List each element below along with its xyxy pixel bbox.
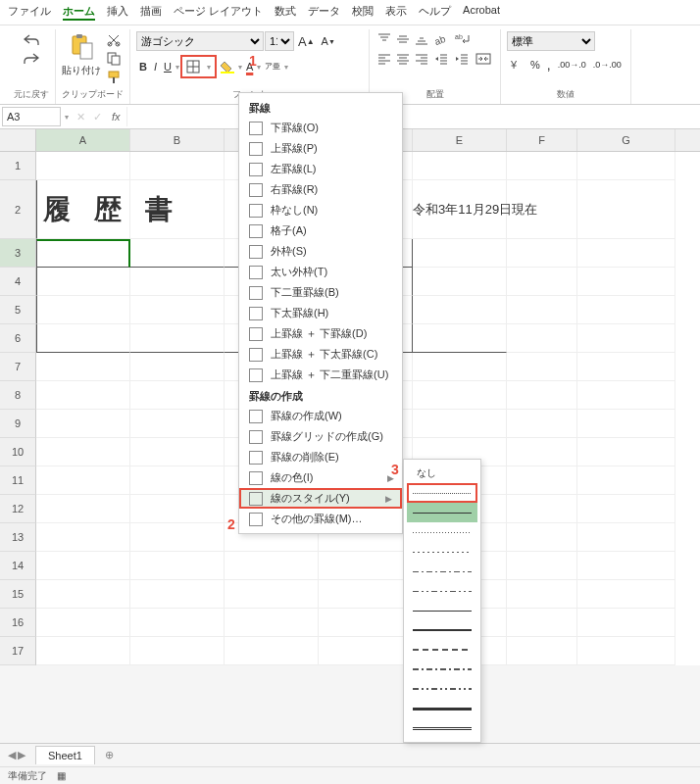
- row-header-8[interactable]: 8: [0, 381, 36, 410]
- next-sheet-button[interactable]: ▶: [18, 749, 25, 761]
- increase-decimal-button[interactable]: .00→.0: [555, 58, 589, 72]
- cell-E8[interactable]: [413, 381, 507, 410]
- increase-indent-button[interactable]: [452, 51, 472, 67]
- name-box[interactable]: A3: [2, 107, 61, 126]
- border-item-8[interactable]: 下二重罫線(B): [239, 282, 402, 303]
- border-dropdown-button[interactable]: ▾: [204, 61, 214, 74]
- cell-G4[interactable]: [577, 268, 675, 296]
- cell-A1[interactable]: [36, 152, 130, 180]
- cell-D17[interactable]: [319, 637, 413, 665]
- row-header-1[interactable]: 1: [0, 152, 36, 180]
- row-header-2[interactable]: 2: [0, 180, 36, 239]
- menu-file[interactable]: ファイル: [8, 4, 51, 21]
- menu-draw[interactable]: 描画: [140, 4, 162, 21]
- column-header-B[interactable]: B: [130, 129, 225, 151]
- select-all-corner[interactable]: [0, 129, 36, 151]
- cell-A6[interactable]: [36, 324, 130, 353]
- cell-F8[interactable]: [507, 381, 577, 410]
- cell-B5[interactable]: [130, 296, 225, 324]
- menu-view[interactable]: 表示: [385, 4, 407, 21]
- row-header-12[interactable]: 12: [0, 495, 36, 523]
- border-draw-item-1[interactable]: 罫線グリッドの作成(G): [239, 426, 402, 447]
- row-header-17[interactable]: 17: [0, 637, 36, 665]
- border-item-5[interactable]: 格子(A): [239, 220, 402, 241]
- cell-F5[interactable]: [507, 296, 577, 324]
- cell-B10[interactable]: [130, 438, 225, 466]
- cell-F11[interactable]: [507, 466, 577, 495]
- cell-G10[interactable]: [577, 438, 675, 466]
- border-item-11[interactable]: 上罫線 ＋ 下太罫線(C): [239, 344, 402, 365]
- cell-F9[interactable]: [507, 410, 577, 438]
- wrap-text-button[interactable]: ab: [452, 31, 474, 47]
- line-style-fine-dot[interactable]: [407, 522, 477, 542]
- cell-F1[interactable]: [507, 152, 577, 180]
- cell-A7[interactable]: [36, 353, 130, 381]
- cell-D14[interactable]: [319, 552, 413, 580]
- cell-G9[interactable]: [577, 410, 675, 438]
- font-name-select[interactable]: 游ゴシック: [136, 31, 264, 51]
- border-button[interactable]: [183, 58, 203, 75]
- cell-A13[interactable]: [36, 523, 130, 552]
- row-header-9[interactable]: 9: [0, 410, 36, 438]
- line-style-medium[interactable]: [407, 620, 477, 640]
- cell-B15[interactable]: [130, 580, 225, 609]
- cell-F7[interactable]: [507, 353, 577, 381]
- cell-B4[interactable]: [130, 268, 225, 296]
- cell-A3[interactable]: [36, 239, 130, 268]
- decrease-decimal-button[interactable]: .0→.00: [590, 58, 625, 72]
- align-left-button[interactable]: [375, 51, 393, 67]
- cell-F17[interactable]: [507, 637, 577, 665]
- cell-B3[interactable]: [130, 239, 225, 268]
- cell-G8[interactable]: [577, 381, 675, 410]
- line-style-dot[interactable]: [407, 542, 477, 562]
- italic-button[interactable]: I: [151, 59, 160, 74]
- redo-button[interactable]: [21, 50, 42, 68]
- merge-button[interactable]: [473, 51, 494, 67]
- cell-A16[interactable]: [36, 609, 130, 637]
- row-header-6[interactable]: 6: [0, 324, 36, 353]
- cell-G5[interactable]: [577, 296, 675, 324]
- line-style-medium-dash-dot-dot[interactable]: [407, 679, 477, 699]
- menu-acrobat[interactable]: Acrobat: [463, 4, 500, 21]
- line-style-medium-dash[interactable]: [407, 640, 477, 660]
- cell-B1[interactable]: [130, 152, 225, 180]
- border-draw-item-5[interactable]: その他の罫線(M)…: [239, 509, 402, 529]
- border-item-12[interactable]: 上罫線 ＋ 下二重罫線(U): [239, 365, 402, 385]
- align-right-button[interactable]: [413, 51, 430, 67]
- cell-B11[interactable]: [130, 466, 225, 495]
- cell-B13[interactable]: [130, 523, 225, 552]
- cell-B14[interactable]: [130, 552, 225, 580]
- cell-C17[interactable]: [225, 637, 319, 665]
- prev-sheet-button[interactable]: ◀: [8, 749, 16, 761]
- border-item-7[interactable]: 太い外枠(T): [239, 262, 402, 282]
- paste-button[interactable]: [66, 31, 97, 63]
- cell-G17[interactable]: [577, 637, 675, 665]
- cell-E5[interactable]: [413, 296, 507, 324]
- cell-G15[interactable]: [577, 580, 675, 609]
- increase-font-button[interactable]: A▲: [295, 32, 318, 51]
- undo-button[interactable]: [21, 31, 42, 49]
- cell-G7[interactable]: [577, 353, 675, 381]
- border-item-6[interactable]: 外枠(S): [239, 241, 402, 262]
- row-header-10[interactable]: 10: [0, 438, 36, 466]
- line-style-dash-dot-dot[interactable]: [407, 581, 477, 601]
- cell-B17[interactable]: [130, 637, 225, 665]
- row-header-7[interactable]: 7: [0, 353, 36, 381]
- cell-G16[interactable]: [577, 609, 675, 637]
- border-item-4[interactable]: 枠なし(N): [239, 200, 402, 220]
- cell-A14[interactable]: [36, 552, 130, 580]
- accounting-button[interactable]: ¥: [507, 56, 526, 74]
- cell-F3[interactable]: [507, 239, 577, 268]
- column-header-G[interactable]: G: [577, 129, 675, 151]
- border-item-0[interactable]: 下罫線(O): [239, 118, 402, 138]
- cell-A2[interactable]: 履 歴 書: [36, 180, 130, 239]
- cell-G11[interactable]: [577, 466, 675, 495]
- align-top-button[interactable]: [375, 31, 393, 47]
- cell-F4[interactable]: [507, 268, 577, 296]
- column-header-E[interactable]: E: [413, 129, 507, 151]
- number-format-select[interactable]: 標準: [507, 31, 595, 51]
- cell-G14[interactable]: [577, 552, 675, 580]
- column-header-A[interactable]: A: [36, 129, 130, 151]
- border-draw-item-4[interactable]: 線のスタイル(Y)▶: [239, 488, 402, 509]
- cell-B16[interactable]: [130, 609, 225, 637]
